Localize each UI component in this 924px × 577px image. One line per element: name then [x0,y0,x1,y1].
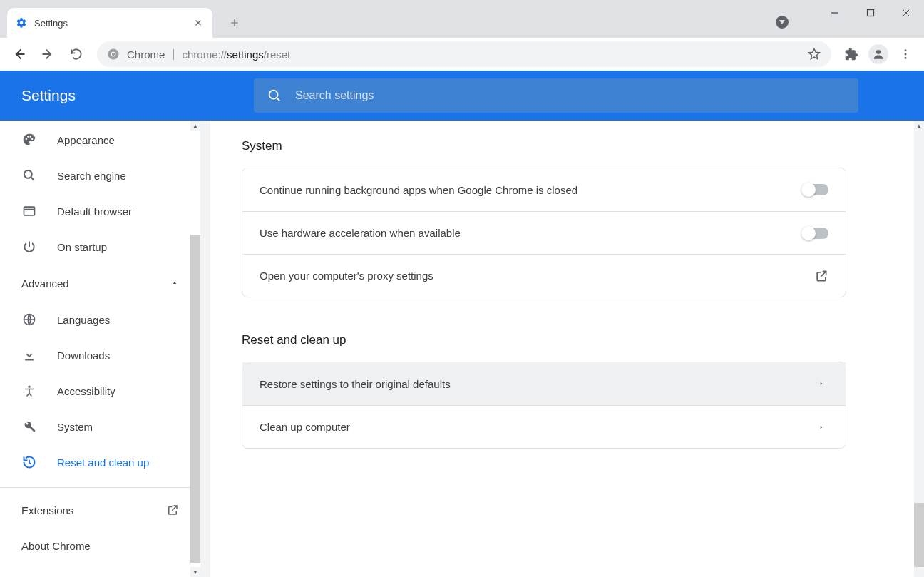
sidebar-item-label: Accessibility [57,385,115,397]
row-label: Continue running background apps when Go… [260,184,578,196]
sidebar-divider [0,487,200,488]
sidebar-item-system[interactable]: System [0,409,200,444]
row-restore-defaults[interactable]: Restore settings to their original defau… [242,362,846,405]
row-label: Clean up computer [260,421,350,433]
sidebar-item-label: Default browser [57,205,132,218]
sidebar-item-label: Downloads [57,349,110,362]
content-scroll-up[interactable]: ▲ [914,121,924,131]
sidebar-item-label: Appearance [57,134,115,146]
chevron-up-icon [170,279,179,287]
sidebar-item-label: Search engine [57,170,126,182]
forward-button[interactable] [34,41,61,68]
sidebar-item-downloads[interactable]: Downloads [0,337,200,373]
toggle-hardware-acceleration[interactable] [803,228,828,239]
section-title-system: System [242,121,903,168]
extensions-label: Extensions [21,504,73,516]
url-suffix: /reset [264,48,291,61]
browser-icon [21,203,37,219]
sidebar-item-default-browser[interactable]: Default browser [0,193,200,229]
launch-icon [814,269,828,283]
search-icon [267,88,282,103]
svg-rect-10 [24,207,35,215]
download-icon [21,347,37,363]
section-title-reset: Reset and clean up [242,297,903,362]
svg-point-12 [28,386,30,388]
new-tab-button[interactable] [224,12,245,34]
search-icon [21,168,37,183]
power-icon [21,239,37,255]
search-input[interactable] [295,89,846,102]
profile-avatar[interactable] [868,44,888,64]
row-label: Open your computer's proxy settings [260,270,433,282]
sidebar-item-label: System [57,421,93,433]
kebab-menu-icon[interactable] [893,41,918,67]
sidebar-item-label: Languages [57,314,110,326]
maximize-button[interactable] [853,0,888,26]
restore-icon [21,454,37,470]
chevron-right-icon [814,420,828,434]
settings-search[interactable] [254,78,858,113]
toggle-background-apps[interactable] [803,184,828,195]
row-label: Restore settings to their original defau… [260,378,451,390]
gear-icon [16,17,27,29]
share-badge-icon[interactable] [776,16,789,29]
tab-settings[interactable]: Settings [7,8,212,38]
page-title: Settings [0,87,254,104]
sidebar-item-languages[interactable]: Languages [0,302,200,337]
sidebar-item-on-startup[interactable]: On startup [0,229,200,265]
back-button[interactable] [6,41,33,68]
browser-chrome: Settings [0,0,924,71]
svg-rect-0 [868,10,874,16]
svg-point-7 [905,57,907,59]
sidebar-advanced-toggle[interactable]: Advanced [0,265,200,302]
content-scroll-thumb[interactable] [914,503,924,567]
row-hardware-acceleration[interactable]: Use hardware acceleration when available [242,211,846,254]
row-clean-up-computer[interactable]: Clean up computer [242,405,846,448]
accessibility-icon [21,383,37,399]
chevron-right-icon [814,377,828,391]
url-scheme-label: Chrome [127,48,165,61]
tab-strip: Settings [0,0,924,38]
url-prefix: chrome:// [183,48,227,61]
sidebar-item-appearance[interactable]: Appearance [0,122,200,158]
address-bar[interactable]: Chrome | chrome:// settings /reset [97,41,831,67]
chrome-logo-icon [107,48,120,61]
sidebar-item-reset[interactable]: Reset and clean up [0,444,200,480]
main-area: ▲ ▼ Appearance Search engine Default br [0,121,924,577]
extensions-icon[interactable] [838,41,864,67]
close-window-button[interactable] [888,0,924,26]
wrench-icon [21,419,37,434]
reload-button[interactable] [63,41,90,68]
palette-icon [21,132,37,148]
sidebar-scroll-down[interactable]: ▼ [190,567,200,577]
content-area: ▲ System Continue running background app… [210,121,924,577]
sidebar-scroll-thumb[interactable] [190,235,200,563]
sidebar-item-accessibility[interactable]: Accessibility [0,373,200,409]
row-label: Use hardware acceleration when available [260,227,461,239]
tab-title: Settings [34,18,185,29]
svg-point-4 [876,50,881,54]
svg-point-6 [905,53,907,56]
sidebar-link-about[interactable]: About Chrome [0,528,200,563]
svg-point-3 [112,53,115,56]
settings-header: Settings [0,71,924,121]
row-proxy-settings[interactable]: Open your computer's proxy settings [242,254,846,297]
url-page: settings [227,48,264,61]
sidebar-scroll-up[interactable]: ▲ [190,121,200,131]
close-icon[interactable] [192,17,204,29]
toolbar: Chrome | chrome:// settings /reset [0,38,924,71]
reset-card: Restore settings to their original defau… [242,362,846,449]
minimize-button[interactable] [817,0,853,26]
svg-point-8 [270,91,278,99]
sidebar-item-label: Reset and clean up [57,456,149,469]
sidebar-item-search-engine[interactable]: Search engine [0,158,200,193]
sidebar-link-extensions[interactable]: Extensions [0,492,200,528]
about-label: About Chrome [21,540,91,552]
svg-point-9 [24,170,32,178]
launch-icon [166,504,179,516]
system-card: Continue running background apps when Go… [242,168,846,297]
row-background-apps[interactable]: Continue running background apps when Go… [242,168,846,211]
globe-icon [21,312,37,327]
url-divider: | [172,48,175,61]
bookmark-star-icon[interactable] [807,47,821,61]
